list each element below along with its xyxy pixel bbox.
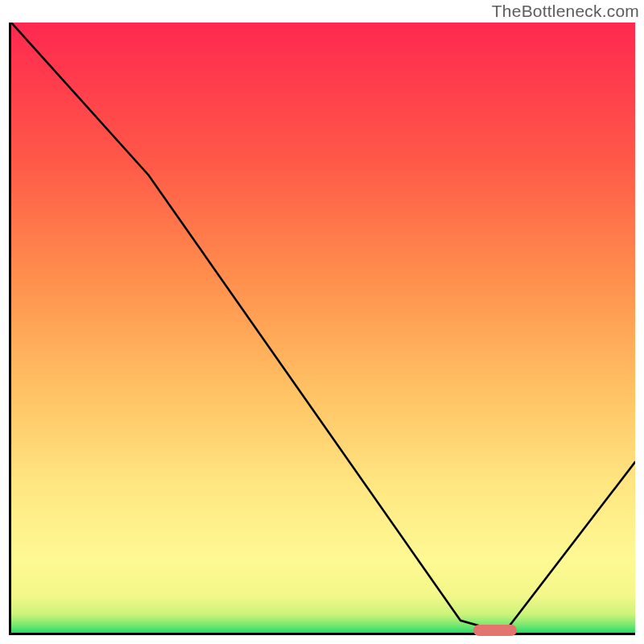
watermark-text: TheBottleneck.com [492,2,639,21]
optimal-marker [473,625,517,636]
bottleneck-curve [11,23,635,633]
chart-container: TheBottleneck.com [0,0,644,644]
